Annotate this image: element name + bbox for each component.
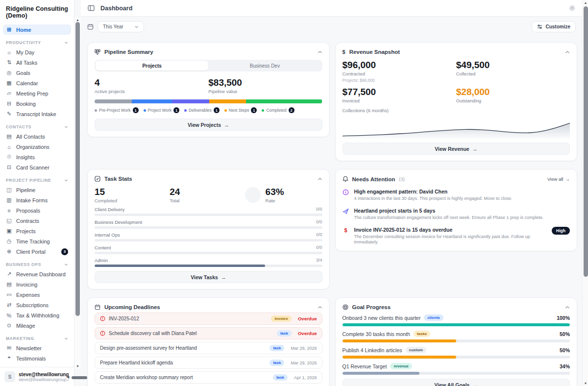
chevron-down-icon: [64, 178, 68, 182]
goal-row: Onboard 3 new clients this quarter clien…: [343, 314, 570, 326]
sidebar-item-expenses[interactable]: ▭Expenses: [3, 290, 71, 300]
segment-project-work: [132, 99, 172, 103]
collapse-chevron-up-icon[interactable]: [565, 306, 570, 309]
alert-circle-icon: [100, 331, 105, 336]
deadline-row[interactable]: INV-2025-012 invoice Overdue: [95, 313, 322, 325]
sidebar-item-projects[interactable]: ▣Projects: [3, 226, 71, 236]
attention-item: Heartland project starts in 5 days The c…: [343, 208, 570, 220]
sidebar-item-calendar[interactable]: ▦Calendar: [3, 78, 71, 88]
sidebar-item-invoicing[interactable]: ▤Invoicing: [3, 279, 71, 290]
customize-button[interactable]: Customize: [532, 21, 576, 32]
type-tag: task: [270, 360, 284, 366]
sidebar-item-booking[interactable]: ⊟Booking: [3, 98, 71, 109]
type-tag: invoice: [271, 315, 292, 322]
sidebar-item-meeting-prep[interactable]: ▱Meeting Prep: [3, 88, 71, 98]
sidebar-item-pipeline[interactable]: ◫Pipeline: [3, 185, 71, 195]
date-range-select[interactable]: This Year: [98, 21, 144, 32]
collapse-chevron-up-icon[interactable]: [318, 50, 322, 54]
rate-ring: [245, 187, 261, 203]
sliders-icon: [537, 24, 542, 29]
sidebar-item-subscriptions[interactable]: ⇄Subscriptions: [3, 300, 71, 310]
section-productivity[interactable]: PRODUCTIVITY: [6, 40, 68, 45]
clipboard-icon: ▥: [6, 197, 12, 203]
sidebar-item-newsletter[interactable]: ✉Newsletter: [3, 343, 71, 353]
sidebar-item-testimonials[interactable]: ❝Testimonials: [3, 353, 71, 363]
sidebar-item-intake-forms[interactable]: ▥Intake Forms: [3, 195, 71, 205]
horizontal-scrollbar-thumb[interactable]: [72, 376, 87, 379]
deadline-title: Prepare Heartland kickoff agenda: [100, 360, 173, 365]
sidebar-item-proposals[interactable]: ≡Proposals: [3, 205, 71, 216]
deadline-row[interactable]: Create Meridian workshop summary report …: [95, 371, 322, 384]
view-revenue-button[interactable]: View Revenue→: [343, 143, 570, 155]
view-tasks-button[interactable]: View Tasks→: [95, 271, 322, 283]
scroll-down-arrow[interactable]: ▼: [74, 364, 81, 368]
target-icon: [343, 304, 348, 310]
legend-item: Completed2: [262, 107, 294, 113]
legend-item: Deliverables1: [184, 107, 220, 113]
file-signature-icon: ◱: [6, 217, 12, 224]
scroll-up-arrow[interactable]: ▲: [74, 18, 81, 22]
tab-projects[interactable]: Projects: [96, 61, 208, 71]
sidebar-toggle-icon[interactable]: [88, 5, 95, 11]
scroll-left-arrow[interactable]: ◀: [67, 375, 69, 379]
legend-item: Next Steps1: [224, 107, 257, 113]
main-scrollbar[interactable]: ▲ ▼: [582, 0, 588, 386]
view-projects-button[interactable]: View Projects→: [95, 119, 322, 131]
user-footer[interactable]: S steve@thewillowrungroup.c... steve@the…: [0, 367, 74, 386]
folder-icon: ▣: [6, 228, 12, 234]
sidebar-item-card-scanner[interactable]: ⊡Card Scanner: [3, 162, 71, 172]
goal-percent: 34%: [560, 363, 570, 369]
card-title: Pipeline Summary: [104, 49, 153, 55]
view-all-link[interactable]: View all→: [547, 176, 570, 182]
stat-rate: 63% Rate: [245, 187, 320, 203]
sidebar-item-client-portal[interactable]: ⊕Client Portal3: [3, 246, 71, 257]
deadline-row[interactable]: Design pre-assessment survey for Heartla…: [95, 342, 322, 354]
bell-icon: [343, 176, 348, 182]
deadline-row[interactable]: Schedule discovery call with Diana Patel…: [95, 327, 322, 339]
stat-contracted: $96,000 Contracted Projects: $96,000: [343, 60, 456, 83]
section-business-ops[interactable]: BUSINESS OPS: [6, 262, 68, 267]
book-check-icon: ⊟: [6, 100, 12, 107]
section-contacts[interactable]: CONTACTS: [6, 124, 68, 129]
view-all-goals-button[interactable]: View All Goals→: [343, 379, 570, 386]
sidebar-item-label: Home: [16, 27, 31, 33]
sidebar-scrollbar[interactable]: ▲ ▼: [74, 18, 81, 368]
collapse-chevron-up-icon[interactable]: [565, 50, 570, 54]
sidebar-item-mileage[interactable]: ⊙Mileage: [3, 320, 71, 331]
type-tag: task: [277, 330, 292, 337]
pipeline-stacked-bar: [95, 99, 322, 103]
goal-tag: clients: [424, 314, 443, 321]
sidebar-item-my-day[interactable]: ☼My Day: [3, 47, 71, 57]
sidebar: Ridgeline Consulting (Demo) ⊞ Home PRODU…: [0, 0, 74, 386]
sidebar-scrollbar-thumb[interactable]: [75, 22, 80, 316]
sidebar-item-contracts[interactable]: ◱Contracts: [3, 216, 71, 226]
sidebar-item-all-contacts[interactable]: ▤All Contacts: [3, 131, 71, 142]
scroll-up-arrow[interactable]: ▲: [583, 1, 588, 4]
sidebar-item-transcript-intake[interactable]: ✎Transcript Intake: [3, 109, 71, 119]
deadline-row[interactable]: Prepare Heartland kickoff agenda task Ma…: [95, 357, 322, 369]
goal-row: Complete 30 tasks this month tasks 50%: [343, 331, 570, 342]
sidebar-item-organizations[interactable]: ⌂Organizations: [3, 142, 71, 152]
sidebar-item-goals[interactable]: ◎Goals: [3, 68, 71, 78]
collapse-chevron-up-icon[interactable]: [318, 177, 322, 181]
calendar-icon: [87, 24, 94, 30]
sidebar-item-home[interactable]: ⊞ Home: [3, 24, 71, 35]
section-project-pipeline[interactable]: PROJECT PIPELINE: [6, 178, 68, 183]
receipt-icon: ▤: [6, 281, 12, 288]
pipeline-legend: Pre-Project Work1 Project Work1 Delivera…: [95, 107, 322, 113]
sidebar-item-time-tracking[interactable]: ◷Time Tracking: [3, 236, 71, 246]
contact-card-icon: ▤: [6, 133, 12, 140]
info-circle-icon: [343, 189, 349, 195]
theme-toggle-sun-icon[interactable]: [569, 5, 575, 11]
sidebar-item-all-tasks[interactable]: ⇅All Tasks: [3, 57, 71, 68]
sidebar-item-insights[interactable]: ☉Insights: [3, 152, 71, 162]
credit-card-icon: ▭: [6, 291, 12, 298]
goal-percent: 100%: [557, 315, 570, 321]
tab-business-dev[interactable]: Business Dev: [208, 61, 321, 71]
scroll-down-arrow[interactable]: ▼: [583, 382, 588, 385]
sidebar-item-tax-withholding[interactable]: %Tax & Withholding: [3, 310, 71, 320]
section-marketing[interactable]: MARKETING: [6, 336, 68, 341]
main-scrollbar-thumb[interactable]: [584, 6, 588, 277]
sidebar-item-revenue-dashboard[interactable]: ↗Revenue Dashboard: [3, 269, 71, 279]
collapse-chevron-up-icon[interactable]: [318, 306, 322, 309]
